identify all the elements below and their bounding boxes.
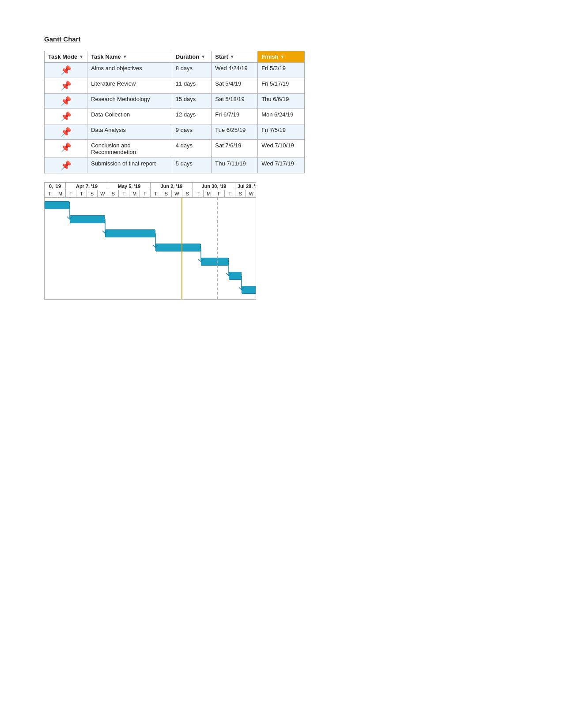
col-header-task-name[interactable]: Task Name ▼ [87, 51, 172, 63]
finish-cell: Thu 6/6/19 [258, 94, 305, 109]
connector-arrow [241, 276, 249, 287]
task-mode-cell: 📌 [45, 63, 87, 78]
duration-cell: 4 days [172, 140, 211, 158]
task-mode-cell: 📌 [45, 94, 87, 109]
start-cell: Wed 4/24/19 [212, 63, 258, 78]
task-mode-cell: 📌 [45, 158, 87, 173]
day-label: T [225, 190, 235, 197]
month-label: 0, '19 [45, 183, 66, 190]
day-label: S [235, 190, 246, 197]
day-label: S [161, 190, 172, 197]
task-mode-cell: 📌 [45, 140, 87, 158]
start-cell: Sat 5/18/19 [212, 94, 258, 109]
task-mode-cell: 📌 [45, 124, 87, 140]
duration-cell: 8 days [172, 63, 211, 78]
pin-icon: 📌 [60, 161, 72, 170]
table-row: 📌Aims and objectives8 daysWed 4/24/19Fri… [45, 63, 305, 78]
col-header-start[interactable]: Start ▼ [212, 51, 258, 63]
connector-arrow [104, 219, 113, 231]
finish-cell: Wed 7/10/19 [258, 140, 305, 158]
finish-cell: Mon 6/24/19 [258, 109, 305, 124]
task-name-cell: Data Analysis [87, 124, 172, 140]
month-label: Jun 2, '19 [151, 183, 193, 190]
start-dropdown-icon[interactable]: ▼ [230, 54, 234, 59]
col-header-task-mode[interactable]: Task Mode ▼ [45, 51, 87, 63]
duration-cell: 11 days [172, 78, 211, 94]
connector-arrow [155, 233, 163, 245]
table-row: 📌Submission of final report5 daysThu 7/1… [45, 158, 305, 173]
task-name-dropdown-icon[interactable]: ▼ [123, 54, 127, 59]
gantt-table: Task Mode ▼ Task Name ▼ Duration ▼ Start [44, 51, 305, 173]
task-name-cell: Data Collection [87, 109, 172, 124]
connector-arrow [69, 205, 78, 217]
day-label: T [119, 190, 129, 197]
day-label: T [76, 190, 87, 197]
start-cell: Fri 6/7/19 [212, 109, 258, 124]
duration-cell: 9 days [172, 124, 211, 140]
day-label: M [55, 190, 66, 197]
day-label: F [214, 190, 225, 197]
table-row: 📌Conclusion and Recommendetion4 daysSat … [45, 140, 305, 158]
page-title: Gantt Chart [44, 35, 519, 43]
start-cell: Thu 7/11/19 [212, 158, 258, 173]
gantt-chart: 0, '19Apr 7, '19May 5, '19Jun 2, '19Jun … [44, 182, 256, 300]
task-mode-cell: 📌 [45, 78, 87, 94]
pin-icon: 📌 [60, 65, 72, 75]
month-label: Jul 28, '19 [235, 183, 256, 190]
pin-icon: 📌 [60, 143, 72, 152]
task-name-cell: Research Methodology [87, 94, 172, 109]
finish-dropdown-icon[interactable]: ▼ [280, 54, 284, 59]
day-label: S [108, 190, 119, 197]
duration-cell: 5 days [172, 158, 211, 173]
today-line [181, 198, 182, 299]
day-label: S [87, 190, 98, 197]
duration-cell: 15 days [172, 94, 211, 109]
connector-arrow [200, 248, 209, 259]
month-label: May 5, '19 [108, 183, 151, 190]
day-label: M [129, 190, 140, 197]
task-name-cell: Literature Review [87, 78, 172, 94]
start-cell: Sat 7/6/19 [212, 140, 258, 158]
finish-cell: Fri 7/5/19 [258, 124, 305, 140]
gantt-bar [45, 201, 70, 209]
task-name-cell: Submission of final report [87, 158, 172, 173]
finish-cell: Fri 5/3/19 [258, 63, 305, 78]
start-cell: Tue 6/25/19 [212, 124, 258, 140]
day-label: W [98, 190, 108, 197]
day-label: F [140, 190, 151, 197]
day-label: T [193, 190, 204, 197]
table-row: 📌Data Analysis9 daysTue 6/25/19Fri 7/5/1… [45, 124, 305, 140]
day-label: S [182, 190, 193, 197]
month-label: Apr 7, '19 [66, 183, 108, 190]
pin-icon: 📌 [60, 96, 72, 106]
dashed-line-1 [217, 198, 218, 299]
day-label: M [204, 190, 214, 197]
table-row: 📌Literature Review11 daysSat 5/4/19Fri 5… [45, 78, 305, 94]
day-label: W [246, 190, 256, 197]
finish-cell: Fri 5/17/19 [258, 78, 305, 94]
day-label: W [172, 190, 182, 197]
table-row: 📌Data Collection12 daysFri 6/7/19Mon 6/2… [45, 109, 305, 124]
table-row: 📌Research Methodology15 daysSat 5/18/19T… [45, 94, 305, 109]
task-mode-cell: 📌 [45, 109, 87, 124]
duration-cell: 12 days [172, 109, 211, 124]
month-label: Jun 30, '19 [193, 183, 235, 190]
col-header-duration[interactable]: Duration ▼ [172, 51, 211, 63]
day-label: T [151, 190, 161, 197]
start-cell: Sat 5/4/19 [212, 78, 258, 94]
pin-icon: 📌 [60, 112, 72, 121]
col-header-finish[interactable]: Finish ▼ [258, 51, 305, 63]
pin-icon: 📌 [60, 127, 72, 137]
pin-icon: 📌 [60, 81, 72, 90]
day-label: F [66, 190, 76, 197]
duration-dropdown-icon[interactable]: ▼ [201, 54, 205, 59]
day-label: T [45, 190, 55, 197]
task-name-cell: Conclusion and Recommendetion [87, 140, 172, 158]
connector-arrow [228, 262, 237, 273]
task-name-cell: Aims and objectives [87, 63, 172, 78]
task-mode-dropdown-icon[interactable]: ▼ [79, 54, 83, 59]
finish-cell: Wed 7/17/19 [258, 158, 305, 173]
